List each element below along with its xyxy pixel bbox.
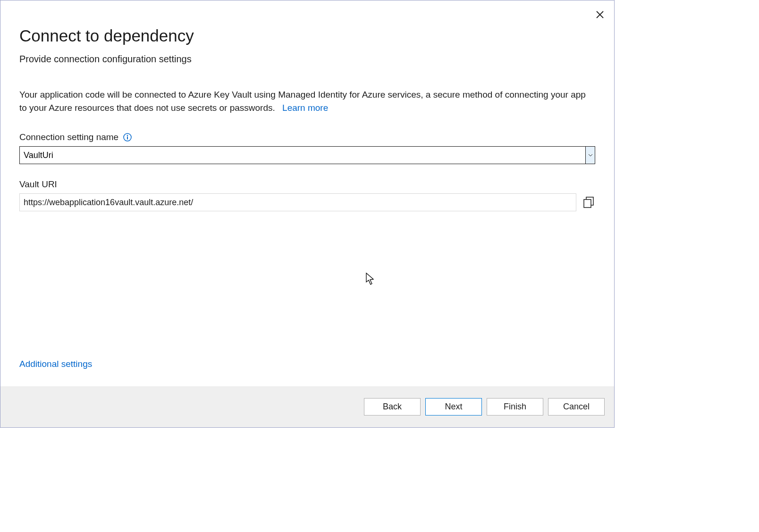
close-button[interactable]: [594, 9, 606, 20]
finish-button[interactable]: Finish: [487, 398, 543, 416]
vault-uri-label-text: Vault URI: [19, 179, 57, 190]
svg-rect-6: [584, 200, 591, 208]
vault-uri-value: https://webapplication16vault.vault.azur…: [19, 193, 576, 211]
dialog-content: Connect to dependency Provide connection…: [0, 0, 614, 386]
copy-icon: [582, 196, 595, 208]
content-spacer: [19, 221, 595, 359]
connection-name-field-wrapper: Connection setting name: [19, 132, 595, 164]
copy-button[interactable]: [582, 196, 595, 209]
vault-uri-field-wrapper: Vault URI https://webapplication16vault.…: [19, 179, 595, 211]
dialog-footer: Back Next Finish Cancel: [0, 386, 614, 427]
connection-name-label-text: Connection setting name: [19, 132, 118, 142]
connection-name-combobox[interactable]: [19, 146, 595, 164]
cancel-button[interactable]: Cancel: [548, 398, 605, 416]
dialog-title: Connect to dependency: [19, 26, 595, 45]
chevron-down-icon: [589, 154, 592, 157]
vault-uri-row: https://webapplication16vault.vault.azur…: [19, 193, 595, 211]
info-icon[interactable]: [123, 133, 132, 141]
close-icon: [596, 10, 604, 19]
vault-uri-label: Vault URI: [19, 179, 595, 190]
connection-name-input[interactable]: [20, 147, 585, 164]
dialog-description: Your application code will be connected …: [19, 88, 595, 114]
svg-point-3: [127, 135, 128, 136]
connection-name-dropdown-button[interactable]: [585, 147, 595, 164]
dialog-window: Connect to dependency Provide connection…: [0, 0, 615, 428]
dialog-subtitle: Provide connection configuration setting…: [19, 54, 595, 65]
connection-name-label: Connection setting name: [19, 132, 595, 142]
next-button[interactable]: Next: [425, 398, 482, 416]
back-button[interactable]: Back: [364, 398, 421, 416]
additional-settings-link[interactable]: Additional settings: [19, 359, 595, 369]
svg-rect-4: [127, 137, 128, 140]
learn-more-link[interactable]: Learn more: [282, 103, 328, 113]
